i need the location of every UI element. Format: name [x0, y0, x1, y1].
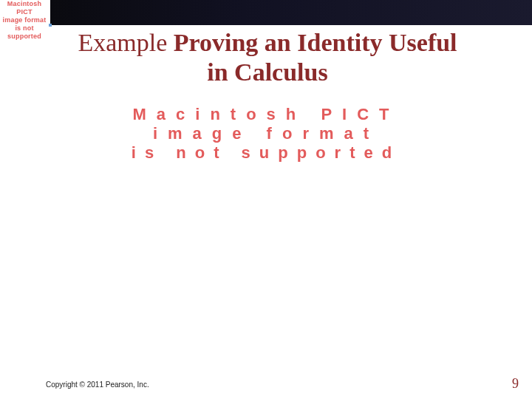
pict-large-line1: Macintosh PICT: [30, 105, 502, 124]
pict-small-line1: Macintosh PICT: [0, 0, 49, 16]
corner-accent-icon: [49, 24, 52, 27]
pict-large-line3: is not supported: [30, 143, 502, 163]
copyright-text: Copyright © 2011 Pearson, Inc.: [46, 381, 149, 389]
header-bar: Macintosh PICT image format is not suppo…: [0, 0, 532, 25]
title-rest-line1: Proving an Identity Useful: [174, 29, 457, 56]
pict-large-line2: image format: [30, 124, 502, 143]
title-word-example: Example: [78, 29, 167, 56]
pict-unsupported-large: Macintosh PICT image format is not suppo…: [30, 105, 502, 163]
slide-number: 9: [512, 376, 519, 392]
slide-title: Example Proving an Identity Useful in Ca…: [3, 28, 532, 87]
slide-title-block: Example Proving an Identity Useful in Ca…: [3, 28, 532, 87]
pict-unsupported-small: Macintosh PICT image format is not suppo…: [0, 0, 49, 24]
title-line2: in Calculus: [207, 58, 327, 86]
header-dark-strip: [50, 0, 532, 25]
pict-small-line2: image format: [0, 16, 49, 24]
